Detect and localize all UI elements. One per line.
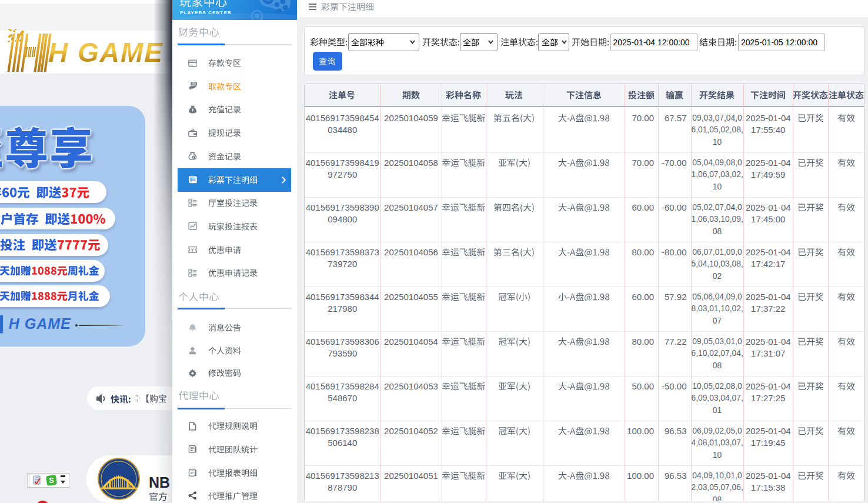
svg-text:S: S	[49, 476, 54, 485]
